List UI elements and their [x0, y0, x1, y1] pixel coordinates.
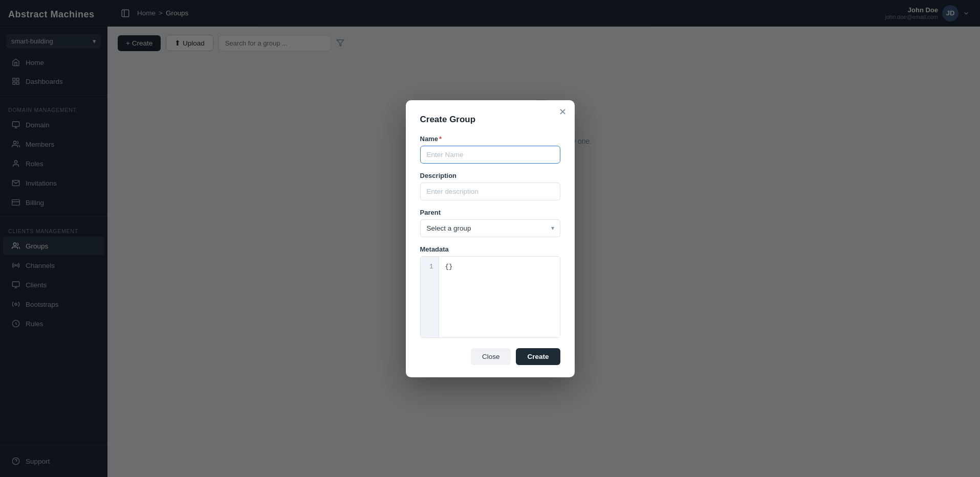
parent-label: Parent [420, 209, 560, 216]
parent-select[interactable]: Select a group [420, 219, 560, 237]
code-content[interactable]: {} [439, 257, 560, 337]
modal-close-action-button[interactable]: Close [471, 348, 511, 365]
metadata-label: Metadata [420, 245, 560, 253]
create-group-modal: Create Group ✕ Name* Description Parent … [406, 100, 575, 377]
description-input[interactable] [420, 183, 560, 200]
parent-select-wrapper: Select a group ▾ [420, 219, 560, 237]
description-field-group: Description [420, 172, 560, 200]
name-input[interactable] [420, 146, 560, 164]
code-gutter: 1 [421, 257, 439, 337]
modal-overlay[interactable]: Create Group ✕ Name* Description Parent … [0, 0, 980, 477]
line-number: 1 [426, 262, 433, 272]
name-field-group: Name* [420, 135, 560, 164]
parent-field-group: Parent Select a group ▾ [420, 209, 560, 237]
name-label: Name* [420, 135, 560, 143]
required-indicator: * [439, 135, 442, 143]
modal-create-action-button[interactable]: Create [516, 348, 560, 365]
metadata-field-group: Metadata 1 {} [420, 245, 560, 338]
modal-title: Create Group [420, 115, 560, 125]
modal-footer: Close Create [420, 348, 560, 365]
description-label: Description [420, 172, 560, 179]
modal-close-button[interactable]: ✕ [559, 107, 567, 117]
metadata-editor[interactable]: 1 {} [420, 256, 560, 338]
